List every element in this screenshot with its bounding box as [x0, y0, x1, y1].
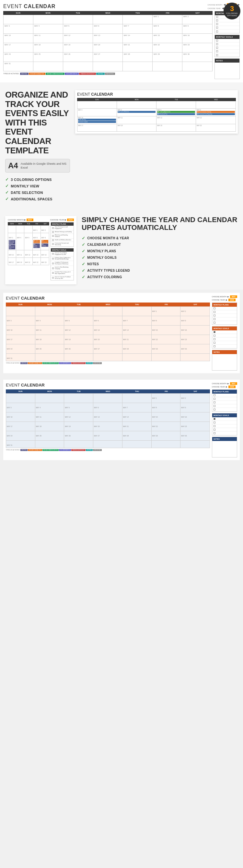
checkbox[interactable] [52, 231, 54, 233]
table-row: MAY 8 [152, 316, 181, 325]
blue-month-ctrl[interactable]: CHOOSE MONTH ▶ MAY [212, 382, 237, 385]
checkbox[interactable] [52, 235, 54, 237]
table-row: MAY 17 [77, 124, 117, 131]
table-row [35, 441, 65, 448]
month-val[interactable]: MAY [230, 382, 237, 385]
checkbox[interactable] [52, 277, 54, 279]
year-val[interactable]: 2026 [229, 299, 236, 301]
plan-row-2 [215, 19, 239, 22]
orange-cal-header: EVENT CALENDAR CHOOSE MONTH ▶ MAY CHOOSE… [6, 296, 237, 301]
checkbox[interactable] [213, 422, 215, 424]
features-left-panel: ORGANIZE AND TRACK YOUR EVENTS EASILY WI… [5, 90, 70, 203]
checkbox[interactable] [216, 54, 218, 56]
year-val[interactable]: 2026 [229, 385, 236, 388]
checkbox[interactable] [213, 345, 215, 347]
table-row: MAY 20 [93, 43, 123, 52]
mini-day: FRI [33, 222, 41, 225]
checkbox[interactable] [213, 314, 215, 316]
calendar-event: AM: Facebook Post [157, 113, 195, 115]
table-row: MAY 12 [24, 250, 32, 257]
table-row: MAY 15 [152, 34, 182, 43]
table-row: MAY 2 [41, 226, 49, 233]
checkbox[interactable] [213, 322, 215, 323]
checkbox[interactable] [213, 338, 215, 340]
table-row: MAY 31 [6, 441, 210, 448]
checkbox[interactable] [52, 227, 54, 229]
orange-month-ctrl[interactable]: CHOOSE MONTH ▶ MAY [212, 296, 237, 298]
checkbox[interactable] [216, 43, 218, 45]
orange-year-ctrl[interactable]: CHOOSE YEAR ▶ 2026 [212, 299, 237, 301]
table-row [8, 226, 16, 233]
calendar-event: AM: First Customer Training [197, 111, 235, 113]
date-label: MAY 25 [36, 348, 41, 350]
mini-week-3: MAY 10 3 PM: Meeting... Contractor Updat… [77, 116, 236, 124]
table-row [63, 15, 93, 24]
list-item: ✓ADDITINONAL SPACES [5, 196, 70, 202]
date-label: MAY 26 [65, 348, 70, 350]
table-row: MAY 3 MAY 4 MAY 5 MAY 6 MAY 7 MAY 8 MAY … [6, 403, 210, 412]
year-arrow[interactable]: ▶ [226, 299, 228, 301]
checkbox[interactable] [216, 50, 218, 52]
checkbox[interactable] [213, 318, 215, 320]
checkbox[interactable] [213, 405, 215, 407]
blue-cal-controls[interactable]: CHOOSE MONTH ▶ MAY CHOOSE YEAR ▶ 2026 [212, 382, 237, 388]
checkbox[interactable] [213, 432, 215, 434]
checkbox[interactable] [213, 408, 215, 410]
checkbox-checked[interactable] [213, 418, 215, 420]
month-arrow[interactable]: ▶ [228, 382, 229, 384]
checkbox[interactable] [52, 262, 54, 264]
checkbox[interactable] [213, 311, 215, 313]
checkbox[interactable] [52, 272, 54, 274]
checkbox[interactable] [216, 30, 218, 32]
checkbox[interactable] [216, 27, 218, 29]
list-item: ✓3 COLORING OPTIONS [5, 177, 70, 182]
calendar-event: AM: Dashboard [41, 240, 48, 243]
checkbox[interactable] [52, 258, 54, 259]
date-label: MAY 1 [33, 229, 38, 231]
notes-content[interactable] [212, 441, 237, 457]
checkbox[interactable] [213, 307, 215, 309]
date-label: MAY 22 [25, 262, 30, 263]
checkbox[interactable] [216, 16, 218, 18]
checkbox[interactable] [216, 47, 218, 49]
table-row [4, 15, 33, 24]
date-label: MAY 3 [4, 25, 32, 27]
date-label: MAY 14 [123, 416, 129, 418]
table-row: MAY 29 [152, 431, 181, 440]
table-row: MAY 17 MAY 18 MAY 22 MAY 22 MAY 23 [8, 258, 49, 265]
year-arrow[interactable]: ▶ [226, 386, 228, 388]
calendar-section-1: 3 COLORING OPTIONS EVENT CALENDAR CHOOSE… [0, 0, 243, 82]
notes-content[interactable] [212, 354, 237, 370]
checkbox[interactable] [213, 335, 215, 337]
month-arrow[interactable]: ▶ [228, 296, 229, 298]
checkbox[interactable] [52, 239, 54, 241]
mini-day-wed: WED [196, 98, 236, 101]
table-row [182, 62, 212, 71]
month-val[interactable]: MAY [230, 296, 237, 298]
checkbox[interactable] [216, 23, 218, 25]
checkbox[interactable] [213, 429, 215, 431]
checkbox[interactable] [213, 425, 215, 427]
checkbox[interactable] [213, 401, 215, 403]
checkbox[interactable] [52, 268, 54, 269]
checkbox[interactable] [213, 342, 215, 344]
checkbox[interactable] [213, 398, 215, 400]
checkbox[interactable] [213, 394, 215, 396]
checkbox[interactable] [216, 20, 218, 22]
date-label: MAY 29 [152, 348, 158, 350]
day-fri: FRI [152, 11, 182, 15]
date-label: MAY 28 [123, 348, 129, 350]
checkbox-checked[interactable] [213, 331, 215, 333]
monthly-goals-box: MONTHLY GOALS Increase Social Media Enga… [50, 248, 74, 280]
blue-year-ctrl[interactable]: CHOOSE YEAR ▶ 2026 [212, 385, 237, 388]
plan-row [212, 321, 237, 324]
activity-research: RESEARCH/ANALYSIS [29, 73, 45, 75]
checkbox[interactable] [52, 253, 54, 254]
table-row: MAY 22 [33, 258, 41, 265]
date-label: MAY 3 [78, 109, 116, 111]
checkbox[interactable] [52, 243, 54, 245]
checkbox[interactable] [216, 39, 218, 41]
notes-content[interactable] [215, 63, 239, 79]
orange-cal-controls[interactable]: CHOOSE MONTH ▶ MAY CHOOSE YEAR ▶ 2026 [212, 296, 237, 301]
feature-text: CALENDAR LAYOUT [87, 243, 121, 246]
